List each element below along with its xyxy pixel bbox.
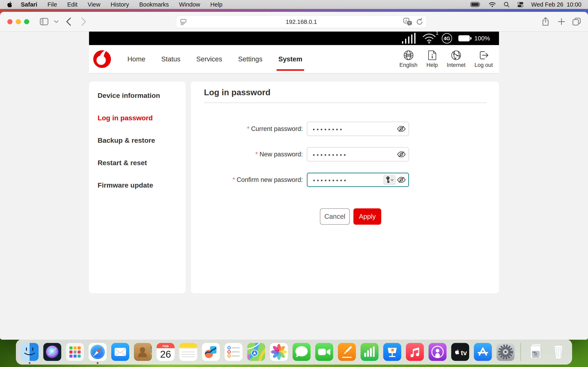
battery-percent-text: 100% xyxy=(474,35,490,42)
network-4g-icon: 4G xyxy=(441,33,453,44)
apple-menu-icon[interactable] xyxy=(7,1,13,8)
menu-item-safari[interactable]: Safari xyxy=(21,1,37,8)
dock-system-settings[interactable] xyxy=(496,342,515,362)
dock-photos[interactable] xyxy=(269,342,289,362)
password-autofill-key-icon[interactable] xyxy=(383,175,396,185)
confirm-password-field xyxy=(307,173,409,187)
url-text[interactable]: 192.168.0.1 xyxy=(176,18,426,25)
dock-launchpad[interactable] xyxy=(65,342,85,362)
menu-item-file[interactable]: File xyxy=(48,1,57,8)
nav-settings[interactable]: Settings xyxy=(238,55,262,63)
dock-keynote[interactable] xyxy=(382,342,402,362)
battery-status-icon xyxy=(458,34,473,42)
help-label: Help xyxy=(426,62,438,68)
menu-item-window[interactable]: Window xyxy=(179,1,200,8)
menu-item-view[interactable]: View xyxy=(87,1,100,8)
spotlight-search-icon[interactable] xyxy=(503,1,510,8)
current-password-label: *Current password: xyxy=(191,125,303,133)
dock-facetime[interactable] xyxy=(314,342,334,362)
dock-app-store[interactable] xyxy=(473,342,493,362)
dock-mail[interactable] xyxy=(111,342,130,362)
safari-window: 192.168.0.1 A xyxy=(0,12,588,340)
dock-downloads-stack[interactable] xyxy=(526,342,545,362)
window-minimize-button[interactable] xyxy=(16,19,21,24)
tab-overview-icon[interactable] xyxy=(572,17,581,26)
menu-item-history[interactable]: History xyxy=(111,1,129,8)
dock-trash[interactable] xyxy=(549,342,568,362)
forward-button[interactable] xyxy=(79,17,89,26)
dock-notes[interactable] xyxy=(178,342,198,362)
nav-services[interactable]: Services xyxy=(196,55,222,63)
sidebar-item-login-password[interactable]: Log in password xyxy=(98,114,186,122)
menu-bar-clock[interactable]: Wed Feb 26 10:00 xyxy=(531,1,581,8)
sidebar-item-firmware-update[interactable]: Firmware update xyxy=(98,181,186,189)
dock-tv[interactable]: tv xyxy=(450,342,470,362)
nav-status[interactable]: Status xyxy=(161,55,181,63)
dock: FEB26 tv xyxy=(16,339,572,365)
new-password-input[interactable] xyxy=(307,147,409,161)
dock-freeform[interactable] xyxy=(201,342,221,362)
dock-siri[interactable] xyxy=(43,342,62,362)
nav-home[interactable]: Home xyxy=(127,55,145,63)
title-divider xyxy=(204,103,487,103)
dock-podcasts[interactable] xyxy=(428,342,447,362)
sidebar-item-restart-reset[interactable]: Restart & reset xyxy=(98,159,186,167)
window-zoom-button[interactable] xyxy=(24,19,29,24)
internet-link[interactable]: Internet xyxy=(447,50,466,68)
wifi-icon[interactable] xyxy=(488,2,496,7)
form-buttons: Cancel Apply xyxy=(320,208,499,225)
svg-text:tv: tv xyxy=(461,349,467,357)
dock-reminders[interactable] xyxy=(224,342,243,362)
vodafone-logo[interactable] xyxy=(93,50,112,68)
password-form: *Current password: *New password: xyxy=(191,122,499,225)
help-link[interactable]: Help xyxy=(426,50,438,68)
dock-finder[interactable] xyxy=(20,342,39,362)
current-password-input[interactable] xyxy=(307,122,409,136)
menu-bar: Safari File Edit View History Bookmarks … xyxy=(0,0,588,9)
svg-text:4G: 4G xyxy=(444,36,450,41)
toggle-visibility-icon[interactable] xyxy=(396,149,406,159)
menu-item-help[interactable]: Help xyxy=(210,1,223,8)
toggle-visibility-icon[interactable] xyxy=(396,124,406,134)
device-status-strip: 1 4G 100% xyxy=(89,32,499,45)
dock-safari[interactable] xyxy=(88,342,107,362)
toggle-visibility-icon[interactable] xyxy=(396,175,406,185)
confirm-password-label: *Confirm new password: xyxy=(191,176,303,184)
menu-item-edit[interactable]: Edit xyxy=(67,1,77,8)
page-title: Log in password xyxy=(204,88,499,97)
dock-messages[interactable] xyxy=(292,342,311,362)
sidebar-item-device-information[interactable]: Device information xyxy=(98,91,186,100)
sidebar-chevron-down-icon[interactable] xyxy=(52,17,61,26)
window-close-button[interactable] xyxy=(7,19,12,24)
control-center-icon[interactable] xyxy=(517,1,524,8)
logout-link[interactable]: Log out xyxy=(475,50,493,68)
dock-pages[interactable] xyxy=(337,342,357,362)
settings-sidebar: Device information Log in password Backu… xyxy=(89,82,186,293)
cancel-button[interactable]: Cancel xyxy=(320,208,350,225)
battery-icon[interactable] xyxy=(470,2,481,7)
dock-music[interactable] xyxy=(405,342,425,362)
share-icon[interactable] xyxy=(541,17,550,26)
internet-label: Internet xyxy=(447,62,466,68)
sidebar-item-backup-restore[interactable]: Backup & restore xyxy=(98,136,186,144)
language-link[interactable]: English xyxy=(399,50,417,68)
menu-item-bookmarks[interactable]: Bookmarks xyxy=(139,1,169,8)
new-password-label: *New password: xyxy=(191,151,303,158)
dock-contacts[interactable] xyxy=(133,342,153,362)
running-indicator xyxy=(29,362,31,364)
new-tab-icon[interactable] xyxy=(557,17,566,26)
new-password-row: *New password: xyxy=(191,147,499,161)
dock-numbers[interactable] xyxy=(360,342,379,362)
site-header: Home Status Services Settings System Eng… xyxy=(89,45,499,74)
svg-text:26: 26 xyxy=(160,349,171,360)
svg-text:FEB: FEB xyxy=(163,344,169,348)
nav-system[interactable]: System xyxy=(278,55,302,63)
back-button[interactable] xyxy=(64,17,73,26)
address-bar[interactable]: 192.168.0.1 A xyxy=(176,16,427,28)
language-label: English xyxy=(399,62,417,68)
dock-maps[interactable] xyxy=(246,342,266,362)
wifi-status-icon: 1 xyxy=(423,33,436,44)
apply-button[interactable]: Apply xyxy=(354,208,381,225)
sidebar-toggle-icon[interactable] xyxy=(39,17,49,26)
dock-calendar[interactable]: FEB26 xyxy=(156,342,175,362)
